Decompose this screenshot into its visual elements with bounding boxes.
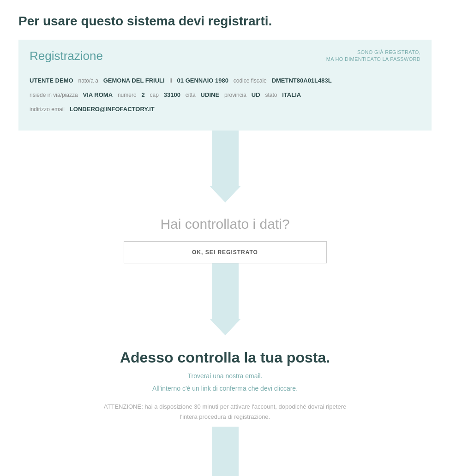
already-registered-link[interactable]: SONO GIÀ REGISTRATO, MA HO DIMENTICATO L…: [326, 49, 420, 63]
arrow-1-container: [210, 131, 241, 202]
arrow-1-shaft: [212, 131, 239, 186]
stato-label: stato: [265, 92, 277, 98]
numero-label: numero: [118, 92, 137, 98]
user-data-row-2: risiede in via/piazza VIA ROMA numero 2 …: [30, 90, 420, 100]
user-data-section: UTENTE DEMO nato/a a GEMONA DEL FRIULI i…: [30, 71, 420, 121]
arrow-2-shaft: [212, 263, 239, 319]
main-title: Per usare questo sistema devi registrart…: [18, 14, 432, 29]
flow-section: Hai controllato i dati? OK, SEI REGISTRA…: [18, 131, 432, 476]
cap-label: CAP: [150, 92, 159, 98]
page-wrapper: Per usare questo sistema devi registrart…: [0, 0, 450, 476]
risiede-label: risiede in via/piazza: [30, 92, 78, 98]
arrow-2-container: [210, 263, 241, 335]
registration-title: Registrazione: [30, 49, 103, 63]
user-name: UTENTE DEMO: [30, 77, 73, 84]
user-data-row-1: UTENTE DEMO nato/a a GEMONA DEL FRIULI i…: [30, 76, 420, 86]
il-label: il: [169, 77, 172, 84]
check-mail-sub-2: All'interno c'è un link di conferma che …: [152, 383, 298, 393]
stato: ITALIA: [282, 91, 301, 98]
user-data-row-3: indirizzo email LONDERO@INFOFACTORY.IT: [30, 105, 420, 114]
arrow-1-head: [210, 186, 241, 202]
birthplace: GEMONA DEL FRIULI: [103, 77, 165, 84]
nato-label: nato/a a: [78, 77, 98, 84]
birthdate: 01 GENNAIO 1980: [177, 77, 228, 84]
provincia: UD: [252, 91, 260, 98]
arrow-2-head: [210, 319, 241, 335]
provincia-label: provincia: [224, 92, 246, 98]
registration-header: Registrazione SONO GIÀ REGISTRATO, MA HO…: [30, 49, 420, 63]
check-question: Hai controllato i dati?: [160, 216, 289, 232]
registration-box: Registrazione SONO GIÀ REGISTRATO, MA HO…: [18, 40, 432, 131]
numero: 2: [141, 91, 144, 98]
codice-fiscale-label: codice fiscale: [234, 77, 267, 84]
citta-label: città: [186, 92, 196, 98]
arrow-3-container: [210, 427, 241, 476]
warning-text: ATTENZIONE: hai a disposizione 30 minuti…: [96, 402, 354, 422]
cap: 33100: [164, 91, 180, 98]
email: LONDERO@INFOFACTORY.IT: [70, 106, 155, 113]
arrow-3: [210, 427, 241, 476]
email-label: indirizzo email: [30, 106, 65, 113]
check-mail-sub-1: Troverai una nostra email.: [187, 371, 262, 381]
arrow-2: [210, 263, 241, 335]
check-mail-title: Adesso controlla la tua posta.: [120, 349, 330, 366]
citta: UDINE: [201, 91, 219, 98]
arrow-3-shaft: [212, 427, 239, 476]
register-button[interactable]: OK, SEI REGISTRATO: [124, 241, 327, 263]
arrow-1: [210, 131, 241, 202]
codice-fiscale: DMETNT80A01L483L: [272, 77, 332, 84]
street: VIA ROMA: [83, 91, 113, 98]
